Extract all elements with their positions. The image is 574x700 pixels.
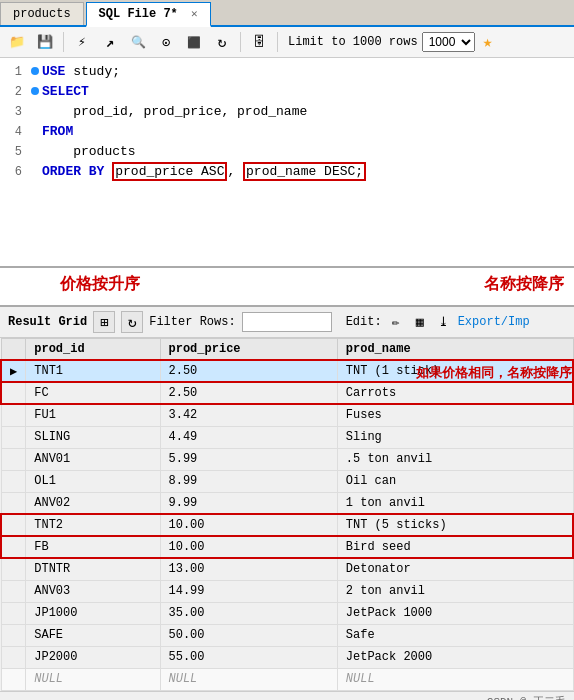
table2-icon bbox=[416, 314, 424, 330]
table-row[interactable]: DTNTR 13.00 Detonator bbox=[1, 558, 573, 580]
edit-export-button[interactable] bbox=[434, 312, 454, 332]
row-indicator bbox=[1, 470, 26, 492]
table-row[interactable]: FU1 3.42 Fuses bbox=[1, 404, 573, 426]
row-indicator bbox=[1, 404, 26, 426]
export-label[interactable]: Export/Imp bbox=[458, 315, 530, 329]
result-table-area: prod_id prod_price prod_name ▶ TNT1 2.50… bbox=[0, 338, 574, 691]
line-number-3: 3 bbox=[0, 102, 28, 122]
table-row[interactable]: ANV03 14.99 2 ton anvil bbox=[1, 580, 573, 602]
cell-prod-price: 9.99 bbox=[160, 492, 337, 514]
tab-sqlfile[interactable]: SQL File 7* ✕ bbox=[86, 2, 211, 27]
sql-line-1: 1 USE study; bbox=[0, 62, 574, 82]
save-icon bbox=[37, 34, 53, 50]
cell-prod-price: 10.00 bbox=[160, 514, 337, 536]
line-number-5: 5 bbox=[0, 142, 28, 162]
star-icon: ★ bbox=[483, 34, 493, 52]
cell-prod-name: Fuses bbox=[337, 404, 573, 426]
limit-dropdown[interactable]: 1000 500 100 bbox=[422, 32, 475, 52]
tab-close-icon[interactable]: ✕ bbox=[191, 8, 198, 20]
stop-button[interactable] bbox=[182, 30, 206, 54]
cell-prod-name: Safe bbox=[337, 624, 573, 646]
order-by-name-highlight: prod_name DESC; bbox=[243, 162, 366, 181]
line-content-1: USE study; bbox=[42, 62, 574, 82]
table-row[interactable]: SLING 4.49 Sling bbox=[1, 426, 573, 448]
filter-input[interactable] bbox=[242, 312, 332, 332]
table-row[interactable]: OL1 8.99 Oil can bbox=[1, 470, 573, 492]
cell-prod-name: Detonator bbox=[337, 558, 573, 580]
row-indicator bbox=[1, 602, 26, 624]
cell-null-price: NULL bbox=[160, 668, 337, 690]
tab-bar: products SQL File 7* ✕ bbox=[0, 0, 574, 27]
table-row[interactable]: FC 2.50 Carrots bbox=[1, 382, 573, 404]
line-content-2: SELECT bbox=[42, 82, 574, 102]
db-button[interactable] bbox=[247, 30, 271, 54]
line-number-1: 1 bbox=[0, 62, 28, 82]
cell-prod-id: TNT2 bbox=[26, 514, 160, 536]
cell-prod-price: 10.00 bbox=[160, 536, 337, 558]
sql-editor[interactable]: 1 USE study; 2 SELECT 3 prod_id, prod_pr… bbox=[0, 58, 574, 268]
open-folder-button[interactable] bbox=[5, 30, 29, 54]
execute-cursor-button[interactable] bbox=[98, 30, 122, 54]
favorite-button[interactable]: ★ bbox=[483, 32, 493, 52]
line-number-4: 4 bbox=[0, 122, 28, 142]
result-refresh-button[interactable] bbox=[121, 311, 143, 333]
search-button[interactable] bbox=[126, 30, 150, 54]
edit-section: Edit: Export/Imp bbox=[346, 312, 530, 332]
tab-products[interactable]: products bbox=[0, 2, 84, 25]
row-indicator bbox=[1, 448, 26, 470]
row-indicator bbox=[1, 668, 26, 690]
filter-rows-label: Filter Rows: bbox=[149, 315, 235, 329]
line-content-6: ORDER BY prod_price ASC, prod_name DESC; bbox=[42, 162, 574, 182]
cell-prod-price: 4.49 bbox=[160, 426, 337, 448]
export-icon bbox=[438, 314, 449, 330]
cell-prod-id: JP2000 bbox=[26, 646, 160, 668]
cell-prod-id: ANV03 bbox=[26, 580, 160, 602]
refresh-button[interactable] bbox=[210, 30, 234, 54]
row-indicator bbox=[1, 536, 26, 558]
run-button[interactable] bbox=[154, 30, 178, 54]
footer-credit: CSDN @·王二毛 bbox=[487, 694, 566, 701]
row-indicator bbox=[1, 514, 26, 536]
result-toolbar: Result Grid Filter Rows: Edit: Export/Im… bbox=[0, 307, 574, 338]
execute-button[interactable] bbox=[70, 30, 94, 54]
table-row[interactable]: ANV01 5.99 .5 ton anvil bbox=[1, 448, 573, 470]
cell-prod-id: ANV02 bbox=[26, 492, 160, 514]
cell-prod-id: OL1 bbox=[26, 470, 160, 492]
tab-products-label: products bbox=[13, 7, 71, 21]
table-row[interactable]: JP1000 35.00 JetPack 1000 bbox=[1, 602, 573, 624]
cell-prod-name: 1 ton anvil bbox=[337, 492, 573, 514]
line-dot-1 bbox=[28, 62, 42, 82]
row-indicator bbox=[1, 580, 26, 602]
save-button[interactable] bbox=[33, 30, 57, 54]
result-grid-icon[interactable] bbox=[93, 311, 115, 333]
cell-prod-id: TNT1 bbox=[26, 360, 160, 382]
cell-prod-id: FU1 bbox=[26, 404, 160, 426]
cell-prod-price: 35.00 bbox=[160, 602, 337, 624]
table-row[interactable]: ANV02 9.99 1 ton anvil bbox=[1, 492, 573, 514]
table-row[interactable]: ▶ TNT1 2.50 TNT (1 stick) bbox=[1, 360, 573, 382]
search-icon bbox=[131, 34, 146, 50]
line-content-5: products bbox=[42, 142, 574, 162]
table-row-null: NULL NULL NULL bbox=[1, 668, 573, 690]
cell-prod-name: Oil can bbox=[337, 470, 573, 492]
stop-icon bbox=[187, 34, 201, 50]
cell-null-id: NULL bbox=[26, 668, 160, 690]
sql-line-3: 3 prod_id, prod_price, prod_name bbox=[0, 102, 574, 122]
cell-prod-id: FB bbox=[26, 536, 160, 558]
cell-prod-id: JP1000 bbox=[26, 602, 160, 624]
table-row[interactable]: JP2000 55.00 JetPack 2000 bbox=[1, 646, 573, 668]
cell-prod-id: DTNTR bbox=[26, 558, 160, 580]
cell-prod-price: 55.00 bbox=[160, 646, 337, 668]
cursor-icon bbox=[106, 34, 114, 51]
db-icon bbox=[253, 34, 266, 50]
sql-line-6: 6 ORDER BY prod_price ASC, prod_name DES… bbox=[0, 162, 574, 182]
cell-null-name: NULL bbox=[337, 668, 573, 690]
edit-pencil-button[interactable] bbox=[386, 312, 406, 332]
table-row[interactable]: FB 10.00 Bird seed bbox=[1, 536, 573, 558]
edit-table-button[interactable] bbox=[410, 312, 430, 332]
table-row[interactable]: SAFE 50.00 Safe bbox=[1, 624, 573, 646]
table-row[interactable]: TNT2 10.00 TNT (5 sticks) bbox=[1, 514, 573, 536]
grid-icon bbox=[100, 314, 108, 331]
name-annotation: 名称按降序 bbox=[484, 274, 564, 295]
order-by-price-highlight: prod_price ASC bbox=[112, 162, 227, 181]
